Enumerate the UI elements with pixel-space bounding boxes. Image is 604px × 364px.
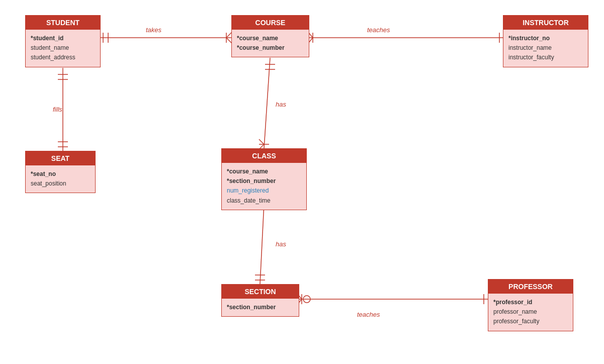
seat-entity: SEAT *seat_no seat_position (25, 151, 96, 193)
label-teaches-instructor: teaches (367, 26, 390, 34)
label-fills: fills (53, 106, 62, 113)
section-entity: SECTION *section_number (221, 284, 299, 317)
professor-field-3: professor_faculty (493, 317, 568, 326)
instructor-field-1: *instructor_no (508, 34, 583, 43)
diagram: STUDENT *student_id student_name student… (0, 0, 604, 364)
course-field-2: *course_number (237, 43, 304, 53)
seat-field-2: seat_position (31, 179, 90, 189)
class-field-3: num_registered (227, 186, 301, 196)
instructor-body: *instructor_no instructor_name instructo… (503, 30, 588, 67)
professor-title: PROFESSOR (488, 280, 573, 294)
label-has-course-class: has (276, 101, 286, 108)
section-body: *section_number (222, 299, 299, 316)
svg-line-23 (260, 204, 264, 284)
professor-body: *professor_id professor_name professor_f… (488, 294, 573, 331)
svg-line-17 (264, 58, 270, 148)
seat-title: SEAT (26, 151, 95, 165)
course-title: COURSE (232, 16, 309, 30)
course-field-1: *course_name (237, 34, 304, 43)
professor-field-2: professor_name (493, 307, 568, 317)
student-title: STUDENT (26, 16, 100, 30)
course-body: *course_name *course_number (232, 30, 309, 57)
class-entity: CLASS *course_name *section_number num_r… (221, 148, 307, 210)
course-entity: COURSE *course_name *course_number (231, 15, 309, 57)
class-field-4: class_date_time (227, 196, 301, 206)
label-teaches-professor: teaches (357, 311, 380, 318)
student-field-3: student_address (31, 53, 95, 62)
instructor-field-2: instructor_name (508, 43, 583, 53)
seat-field-1: *seat_no (31, 169, 90, 179)
instructor-entity: INSTRUCTOR *instructor_no instructor_nam… (503, 15, 588, 67)
instructor-field-3: instructor_faculty (508, 53, 583, 62)
student-body: *student_id student_name student_address (26, 30, 100, 67)
class-body: *course_name *section_number num_registe… (222, 163, 306, 210)
professor-field-1: *professor_id (493, 298, 568, 307)
class-field-2: *section_number (227, 176, 301, 186)
label-takes: takes (146, 26, 161, 34)
class-field-1: *course_name (227, 167, 301, 176)
section-field-1: *section_number (227, 303, 294, 312)
class-title: CLASS (222, 149, 306, 163)
professor-entity: PROFESSOR *professor_id professor_name p… (488, 279, 573, 331)
section-title: SECTION (222, 285, 299, 299)
seat-body: *seat_no seat_position (26, 165, 95, 193)
svg-point-30 (303, 296, 310, 303)
svg-line-21 (259, 139, 264, 144)
instructor-title: INSTRUCTOR (503, 16, 588, 30)
student-entity: STUDENT *student_id student_name student… (25, 15, 101, 67)
label-has-class-section: has (276, 240, 286, 248)
student-field-2: student_name (31, 43, 95, 53)
student-field-1: *student_id (31, 34, 95, 43)
